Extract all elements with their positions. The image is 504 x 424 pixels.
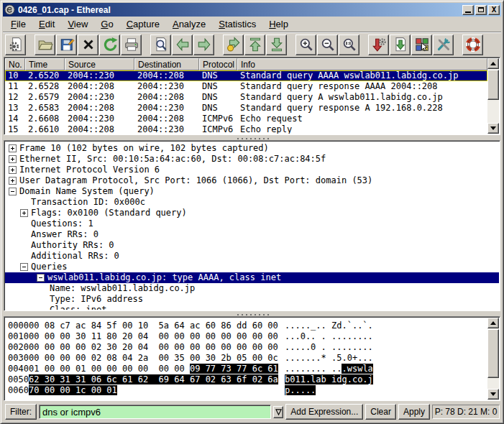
cell-destination: 2004::230 xyxy=(134,124,199,134)
menu-help[interactable]: Help xyxy=(262,17,295,31)
tree-row[interactable]: Domain Name System (query) xyxy=(5,186,499,197)
tree-row-label: wswlab011.labidg.co.jp: type AAAA, class… xyxy=(47,272,281,283)
expand-icon[interactable] xyxy=(9,166,17,174)
tree-row[interactable]: Frame 10 (102 bytes on wire, 102 bytes c… xyxy=(5,143,499,154)
go-to-first-button[interactable] xyxy=(244,34,265,55)
scroll-thumb[interactable] xyxy=(487,70,499,100)
capture-filter-button[interactable] xyxy=(368,34,389,55)
expand-icon[interactable] xyxy=(9,155,17,163)
hex-row[interactable]: 0010 00 00 00 30 11 80 20 04 00 00 00 00… xyxy=(5,331,487,342)
tree-row[interactable]: Class: inet xyxy=(5,305,499,310)
collapse-icon[interactable] xyxy=(20,263,28,271)
tree-row[interactable]: Flags: 0x0100 (Standard query) xyxy=(5,208,499,218)
print-button[interactable] xyxy=(121,34,142,55)
hex-pane-scrollbar[interactable] xyxy=(487,318,499,400)
dropdown-arrow-icon xyxy=(275,409,282,415)
column-header-source[interactable]: Source xyxy=(65,58,134,70)
hex-row[interactable]: 0060 70 00 00 1c 00 01 p..... xyxy=(5,385,487,396)
go-to-last-button[interactable] xyxy=(266,34,287,55)
find-button[interactable] xyxy=(150,34,171,55)
tree-row[interactable]: Type: IPv6 address xyxy=(5,294,499,305)
hex-row[interactable]: 0000 00 08 c7 ac 84 5f 00 10 5a 64 ac 60… xyxy=(5,321,487,331)
collapse-icon[interactable] xyxy=(37,274,45,282)
packet-row[interactable]: 12 2.6579 2004::230 2004::208 DNS Standa… xyxy=(5,92,487,103)
packet-row[interactable]: 11 2.6528 2004::208 2004::230 DNS Standa… xyxy=(5,81,487,92)
minimize-button[interactable] xyxy=(462,5,474,15)
expand-icon[interactable] xyxy=(9,177,17,185)
menu-edit[interactable]: Edit xyxy=(32,17,61,31)
pane-splitter[interactable] xyxy=(3,311,501,316)
zoom-in-button[interactable] xyxy=(295,34,316,55)
hex-row[interactable]: 0040 01 00 00 01 00 00 00 00 00 00 09 77… xyxy=(5,364,487,374)
pane-splitter[interactable] xyxy=(3,135,501,140)
hex-row[interactable]: 0030 00 00 00 00 02 08 04 2a 00 35 00 30… xyxy=(5,353,487,364)
clear-button[interactable]: Clear xyxy=(365,404,396,420)
display-filter-button[interactable] xyxy=(390,34,411,55)
reload-button[interactable] xyxy=(99,34,120,55)
column-header-no[interactable]: No. xyxy=(5,58,25,70)
tree-row[interactable]: Transaction ID: 0x000c xyxy=(5,197,499,208)
menu-analyze[interactable]: Analyze xyxy=(166,17,212,31)
column-header-time[interactable]: Time xyxy=(25,58,65,70)
packet-row[interactable]: 15 2.6610 2004::208 2004::230 ICMPv6 Ech… xyxy=(5,124,487,134)
menu-go[interactable]: Go xyxy=(94,17,119,31)
tree-row[interactable]: Additional RRs: 0 xyxy=(5,251,499,262)
help-button[interactable] xyxy=(462,34,483,55)
scroll-thumb[interactable] xyxy=(487,329,499,378)
add-expression-button[interactable]: Add Expression... xyxy=(285,404,363,420)
zoom-100-button[interactable] xyxy=(339,34,359,55)
tree-row-label: Queries xyxy=(31,262,68,272)
tree-row[interactable]: Name: wswlab011.labidg.co.jp xyxy=(5,283,499,294)
zoom-out-button[interactable] xyxy=(317,34,338,55)
tree-row[interactable]: Ethernet II, Src: 00:10:5a:64:ac:60, Dst… xyxy=(5,154,499,165)
packet-list-scrollbar[interactable] xyxy=(487,58,499,134)
scroll-up-button[interactable] xyxy=(487,318,499,328)
menu-capture[interactable]: Capture xyxy=(120,17,166,31)
column-header-protocol[interactable]: Protocol xyxy=(199,58,237,70)
open-button[interactable] xyxy=(35,34,55,55)
packet-row[interactable]: 13 2.6583 2004::208 2004::230 DNS Standa… xyxy=(5,103,487,114)
hex-row[interactable]: 0050 62 30 31 31 06 6c 61 62 69 64 67 02… xyxy=(5,374,487,385)
menu-file[interactable]: File xyxy=(4,17,32,31)
cell-time: 2.6579 xyxy=(25,92,65,103)
menu-view[interactable]: View xyxy=(61,17,94,31)
collapse-icon[interactable] xyxy=(9,188,17,195)
save-as-button[interactable] xyxy=(56,34,77,55)
close-file-button[interactable] xyxy=(78,34,98,55)
tree-row[interactable]: Questions: 1 xyxy=(5,218,499,229)
tree-row[interactable]: Answer RRs: 0 xyxy=(5,229,499,240)
packet-row-selected[interactable]: 10 2.6520 2004::230 2004::208 DNS Standa… xyxy=(5,70,487,81)
filter-dropdown-button[interactable] xyxy=(273,406,283,418)
column-header-destination[interactable]: Destination xyxy=(134,58,199,70)
apply-button[interactable]: Apply xyxy=(398,404,430,420)
go-back-button[interactable] xyxy=(172,34,193,55)
tree-row[interactable]: Queries xyxy=(5,262,499,272)
expand-icon[interactable] xyxy=(20,209,28,217)
tree-row[interactable]: Authority RRs: 0 xyxy=(5,240,499,251)
menu-statistics[interactable]: Statistics xyxy=(212,17,262,31)
title-bar[interactable]: 0426_01.cap - Ethereal X xyxy=(3,3,501,17)
column-header-info[interactable]: Info xyxy=(237,58,487,70)
expand-icon[interactable] xyxy=(9,144,17,152)
packet-row[interactable]: 14 2.6608 2004::230 2004::208 ICMPv6 Ech… xyxy=(5,114,487,124)
window-title: 0426_01.cap - Ethereal xyxy=(18,5,461,15)
reload-icon xyxy=(102,37,118,52)
scroll-up-button[interactable] xyxy=(487,58,499,69)
tree-row[interactable]: Internet Protocol Version 6 xyxy=(5,165,499,175)
coloring-rules-button[interactable] xyxy=(411,34,432,55)
scroll-down-button[interactable] xyxy=(487,389,499,400)
tree-row[interactable]: User Datagram Protocol, Src Port: 1066 (… xyxy=(5,175,499,186)
scroll-down-button[interactable] xyxy=(487,123,499,134)
maximize-button[interactable] xyxy=(475,5,487,15)
capture-options-button[interactable] xyxy=(5,34,26,55)
go-forward-button[interactable] xyxy=(193,34,214,55)
close-button[interactable]: X xyxy=(488,5,500,15)
capture-filter-icon xyxy=(371,37,387,52)
go-to-packet-button[interactable] xyxy=(223,34,244,55)
filter-button[interactable]: Filter: xyxy=(5,404,37,420)
hex-row[interactable]: 0020 00 00 00 00 02 30 20 04 00 00 00 00… xyxy=(5,342,487,353)
filter-input[interactable] xyxy=(39,405,271,419)
preferences-button[interactable] xyxy=(433,34,454,55)
tree-row-selected[interactable]: wswlab011.labidg.co.jp: type AAAA, class… xyxy=(5,272,499,283)
packet-detail-pane: Frame 10 (102 bytes on wire, 102 bytes c… xyxy=(4,140,500,311)
